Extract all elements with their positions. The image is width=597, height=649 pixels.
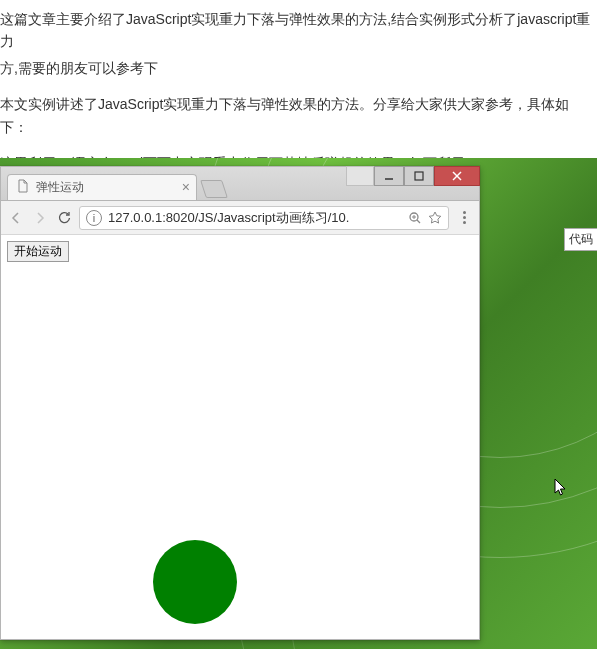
document-icon bbox=[16, 179, 30, 196]
site-info-icon[interactable]: i bbox=[86, 210, 102, 226]
zoom-icon[interactable] bbox=[408, 211, 422, 225]
start-button[interactable]: 开始运动 bbox=[7, 241, 69, 262]
svg-rect-1 bbox=[415, 172, 423, 180]
reload-icon bbox=[57, 211, 71, 225]
kebab-dot-icon bbox=[463, 216, 466, 219]
window-spacer bbox=[346, 166, 374, 186]
reload-button[interactable] bbox=[55, 209, 73, 227]
article-header: 这篇文章主要介绍了JavaScript实现重力下落与弹性效果的方法,结合实例形式… bbox=[0, 8, 597, 174]
bouncing-ball bbox=[153, 540, 237, 624]
back-button[interactable] bbox=[7, 209, 25, 227]
browser-tab[interactable]: 弹性运动 × bbox=[7, 174, 197, 200]
url-text: 127.0.0.1:8020/JS/Javascript动画练习/10. bbox=[108, 209, 402, 227]
minimize-icon bbox=[384, 171, 394, 181]
close-button[interactable] bbox=[434, 166, 480, 186]
paragraph-intro-2: 方,需要的朋友可以参考下 bbox=[0, 57, 597, 79]
forward-button[interactable] bbox=[31, 209, 49, 227]
url-field[interactable]: i 127.0.0.1:8020/JS/Javascript动画练习/10. bbox=[79, 206, 449, 230]
menu-button[interactable] bbox=[455, 211, 473, 224]
close-icon bbox=[452, 171, 462, 181]
page-viewport: 开始运动 bbox=[1, 235, 479, 639]
arrow-left-icon bbox=[9, 211, 23, 225]
kebab-dot-icon bbox=[463, 211, 466, 214]
tab-title: 弹性运动 bbox=[36, 179, 84, 196]
window-controls bbox=[346, 166, 480, 188]
minimize-button[interactable] bbox=[374, 166, 404, 186]
address-bar: i 127.0.0.1:8020/JS/Javascript动画练习/10. bbox=[1, 201, 479, 235]
maximize-icon bbox=[414, 171, 424, 181]
browser-window: 弹性运动 × i 127.0.0.1:8020/JS/Javascript动画练… bbox=[0, 166, 480, 640]
new-tab-button[interactable] bbox=[200, 180, 228, 198]
svg-line-5 bbox=[417, 220, 420, 223]
kebab-dot-icon bbox=[463, 221, 466, 224]
tab-close-icon[interactable]: × bbox=[182, 180, 190, 194]
side-code-button[interactable]: 代码 bbox=[564, 228, 597, 251]
maximize-button[interactable] bbox=[404, 166, 434, 186]
star-icon[interactable] bbox=[428, 211, 442, 225]
paragraph-intro-1: 这篇文章主要介绍了JavaScript实现重力下落与弹性效果的方法,结合实例形式… bbox=[0, 8, 597, 53]
arrow-right-icon bbox=[33, 211, 47, 225]
paragraph-summary: 本文实例讲述了JavaScript实现重力下落与弹性效果的方法。分享给大家供大家… bbox=[0, 93, 597, 138]
